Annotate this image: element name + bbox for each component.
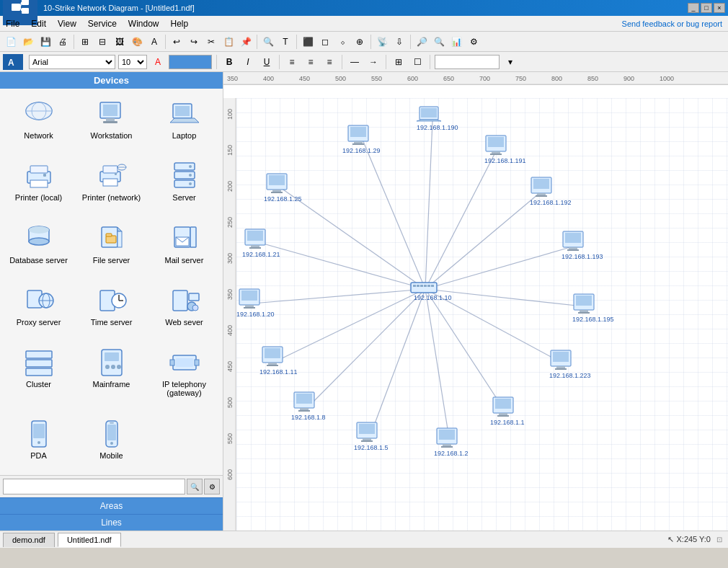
undo-btn[interactable]: ↩ (169, 34, 185, 50)
copy-btn[interactable]: 📋 (221, 34, 236, 50)
device-server[interactable]: Server (148, 154, 220, 214)
device-file-server[interactable]: File server (76, 216, 147, 277)
device-proxy-server[interactable]: Proxy server (3, 278, 74, 339)
device-workstation[interactable]: Workstation (76, 92, 147, 152)
node-1-195[interactable]: 192.168.1.195 (572, 294, 614, 323)
device-mainframe[interactable]: Mainframe (76, 340, 147, 409)
import-btn[interactable]: ⇩ (391, 34, 407, 50)
node-1-1b[interactable]: 192.168.1.1 (490, 397, 525, 426)
line-style-btn[interactable]: — (347, 54, 363, 70)
device-time-server[interactable]: Time server (76, 278, 147, 339)
search-btn[interactable]: 🔍 (187, 479, 203, 494)
tab-demo[interactable]: demo.ndf (3, 533, 55, 547)
device-mail-server[interactable]: Mail server (148, 216, 220, 277)
node-1-25[interactable]: 192.168.1.25 (264, 174, 302, 203)
zoom-in-btn[interactable]: 🔎 (414, 34, 430, 50)
italic-btn[interactable]: I (240, 54, 256, 70)
device-mobile[interactable]: Mobile (76, 412, 147, 472)
menu-window[interactable]: Window (123, 16, 165, 31)
replace-btn[interactable]: T (278, 34, 293, 50)
node-1-8[interactable]: 192.168.1.8 (291, 392, 326, 421)
save-btn[interactable]: 💾 (37, 34, 53, 50)
search-settings-btn[interactable]: ⚙ (204, 479, 220, 494)
node-1-21[interactable]: 192.168.1.21 (242, 229, 280, 258)
hub-device[interactable]: 192.168.1.10 (411, 283, 452, 301)
node-1-11[interactable]: 192.168.1.11 (259, 347, 298, 376)
feedback-link[interactable]: Send feedback or bug report (622, 19, 728, 28)
print-btn[interactable]: 🖨 (55, 34, 71, 50)
find-btn[interactable]: 🔍 (260, 34, 276, 50)
font-size-select[interactable]: 10 12 14 16 (118, 55, 147, 69)
chart-btn[interactable]: 📊 (448, 34, 464, 50)
areas-tab[interactable]: Areas (0, 497, 223, 514)
minimize-btn[interactable]: _ (688, 3, 699, 13)
device-printer-local[interactable]: Printer (local) (3, 154, 74, 214)
svg-rect-187 (241, 290, 257, 301)
tb-btn7[interactable]: ◻ (317, 34, 333, 50)
tab-untitled[interactable]: Untitled1.ndf (58, 533, 121, 547)
bold-btn[interactable]: B (221, 54, 237, 70)
node-1-29[interactable]: 192.168.1.29 (342, 125, 381, 154)
svg-text:300: 300 (226, 253, 234, 264)
node-1-191[interactable]: 192.168.1.191 (484, 136, 526, 164)
node-1-192[interactable]: 192.168.1.192 (530, 177, 572, 206)
device-cluster[interactable]: Cluster (3, 340, 74, 409)
open-btn[interactable]: 📂 (20, 34, 36, 50)
paste-btn[interactable]: 📌 (238, 34, 254, 50)
svg-rect-142 (533, 179, 549, 189)
underline-btn[interactable]: U (259, 54, 275, 70)
tb-btn5[interactable]: A (146, 34, 162, 50)
tb-btn6[interactable]: ⬛ (300, 34, 316, 50)
zoom-out-btn[interactable]: 🔍 (431, 34, 447, 50)
fill-color-swatch[interactable] (169, 55, 212, 69)
node-1-223[interactable]: 192.168.1.223 (549, 350, 591, 379)
tb-btn3[interactable]: 🖼 (112, 34, 128, 50)
style-dropdown-btn[interactable]: ▾ (502, 54, 518, 70)
node-1-190[interactable]: 192.168.1.190 (417, 107, 458, 131)
tb-btn8[interactable]: ⬦ (334, 34, 350, 50)
device-network[interactable]: Network (3, 92, 74, 152)
style-input[interactable] (435, 55, 500, 69)
shadow-btn[interactable]: ☐ (409, 54, 425, 70)
tb-btn4[interactable]: 🎨 (129, 34, 145, 50)
align-right-btn[interactable]: ≡ (321, 54, 337, 70)
device-laptop[interactable]: Laptop (148, 92, 220, 152)
node-1-5[interactable]: 192.168.1.5 (354, 422, 389, 451)
node-1-2[interactable]: 192.168.1.2 (434, 428, 469, 457)
device-database-server[interactable]: Database server (3, 216, 74, 277)
tb-btn1[interactable]: ⊞ (77, 34, 93, 50)
scan-btn[interactable]: 📡 (374, 34, 390, 50)
menu-edit[interactable]: Edit (25, 16, 52, 31)
align-left-btn[interactable]: ≡ (284, 54, 300, 70)
tb-btn9[interactable]: ⊕ (352, 34, 368, 50)
canvas-diagram[interactable]: 192.168.1.10 192.168.1.29 (236, 98, 728, 531)
menu-service[interactable]: Service (82, 16, 123, 31)
device-label: Mainframe (93, 380, 130, 389)
node-1-193[interactable]: 192.168.1.193 (561, 231, 603, 260)
redo-btn[interactable]: ↪ (186, 34, 202, 50)
new-btn[interactable]: 📄 (3, 34, 19, 50)
window-controls[interactable]: _ □ × (688, 3, 725, 13)
device-pda[interactable]: PDA (3, 412, 74, 472)
svg-rect-184 (267, 365, 278, 366)
device-web-server[interactable]: Web sever (148, 278, 220, 339)
menu-view[interactable]: View (52, 16, 82, 31)
tb-btn2[interactable]: ⊟ (94, 34, 110, 50)
arrange-btn[interactable]: ⊞ (391, 54, 407, 70)
font-family-select[interactable]: Arial Times New Roman Courier New (29, 55, 115, 69)
maximize-btn[interactable]: □ (701, 3, 712, 13)
device-ip-telephony[interactable]: IP telephony (gateway) (148, 340, 220, 409)
device-printer-network[interactable]: Printer (network) (76, 154, 147, 214)
menu-file[interactable]: File (0, 16, 25, 31)
close-btn[interactable]: × (714, 3, 725, 13)
search-input[interactable] (3, 479, 185, 494)
line-end-btn[interactable]: → (365, 54, 381, 70)
menu-help[interactable]: Help (165, 16, 195, 31)
node-1-20[interactable]: 192.168.1.20 (236, 289, 275, 318)
lines-tab[interactable]: Lines (0, 514, 223, 531)
settings-gear-btn[interactable]: ⚙ (466, 34, 481, 50)
cut-btn[interactable]: ✂ (203, 34, 219, 50)
align-center-btn[interactable]: ≡ (303, 54, 319, 70)
font-color-btn[interactable]: A (150, 54, 166, 70)
device-label: Network (24, 131, 53, 140)
